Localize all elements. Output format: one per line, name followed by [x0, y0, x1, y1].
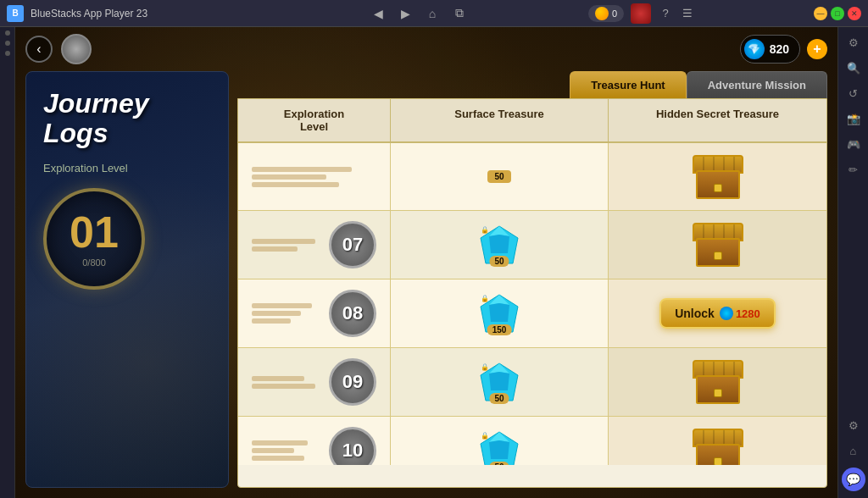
row-surface-cell: 50: [391, 143, 609, 210]
table-row: 08 🔒: [238, 279, 826, 348]
gem-wrapper: 🔒 50: [477, 223, 521, 267]
top-badge: 50: [487, 170, 510, 183]
row-hidden-cell: [609, 417, 826, 465]
tabs-row: Treasure Hunt Adventure Mission: [237, 71, 827, 98]
row-surface-cell: 🔒 50: [391, 348, 609, 416]
svg-text:🔒: 🔒: [481, 294, 489, 302]
row-level-cell: 07: [238, 211, 391, 279]
row-hidden-cell: Unlock 1280: [609, 279, 826, 347]
gem-count: 50: [489, 462, 509, 465]
gem-wrapper: 🔒 50: [477, 429, 521, 465]
app-area: ‹ 💎 820 + JourneyLogs Exploration Level …: [0, 27, 868, 498]
sidebar-icon-3[interactable]: ↺: [845, 85, 862, 102]
journey-logs-panel: JourneyLogs Exploration Level 01 0/800: [25, 71, 229, 488]
add-currency-button[interactable]: +: [807, 39, 827, 59]
currency-value: 820: [770, 42, 789, 56]
gem-count: 50: [489, 393, 509, 404]
chest-clasp: [714, 184, 722, 192]
right-sidebar: ⚙ 🔍 ↺ 📸 🎮 ✏ ⚙ ⌂ 💬: [837, 27, 868, 498]
sidebar-icon-1[interactable]: ⚙: [845, 34, 862, 51]
game-content: ‹ 💎 820 + JourneyLogs Exploration Level …: [15, 27, 837, 498]
close-btn[interactable]: ✕: [848, 7, 861, 20]
title-bar-icons: ◀ ▶ ⌂ ⧉: [368, 3, 470, 24]
row-level-cell: 09: [238, 348, 391, 416]
treasure-table: ExplorationLevel Surface Treasure Hidden…: [237, 98, 827, 488]
tab-nav[interactable]: ⧉: [449, 3, 470, 24]
chest-clasp: [714, 457, 722, 465]
level-circle: 01 0/800: [43, 188, 145, 290]
svg-marker-10: [489, 372, 509, 390]
sidebar-icon-4[interactable]: 📸: [845, 110, 862, 127]
table-row: 09 🔒: [238, 348, 826, 417]
level-badge: 07: [329, 221, 376, 268]
unlock-label: Unlock: [675, 307, 715, 320]
game-back-button[interactable]: ‹: [25, 36, 53, 63]
svg-marker-2: [489, 235, 509, 253]
tab-adventure-mission[interactable]: Adventure Mission: [687, 71, 827, 98]
profile-icon: [61, 34, 92, 64]
sidebar-icon-6[interactable]: ✏: [845, 161, 862, 178]
app-title: BlueStacks App Player 23: [31, 8, 361, 19]
chest-clasp: [714, 252, 722, 260]
journey-title: JourneyLogs: [43, 89, 148, 148]
window-controls: — □ ✕: [814, 7, 861, 20]
game-panel: JourneyLogs Exploration Level 01 0/800 T…: [15, 71, 837, 498]
level-badge: 08: [329, 290, 376, 337]
exploration-label: Exploration Level: [43, 162, 128, 174]
table-row: 07 🔒: [238, 211, 826, 279]
table-row: 50: [238, 143, 826, 211]
header-exploration-level: ExplorationLevel: [238, 99, 391, 141]
svg-marker-14: [489, 440, 509, 459]
row-surface-cell: 🔒 50: [391, 417, 609, 465]
row-level-cell: 08: [238, 279, 391, 347]
sidebar-icon-2[interactable]: 🔍: [845, 59, 862, 76]
title-bar: B BlueStacks App Player 23 ◀ ▶ ⌂ ⧉ 0 ? ☰…: [0, 0, 868, 27]
currency-display: 💎 820: [740, 35, 800, 64]
game-top-bar: ‹ 💎 820 +: [15, 27, 837, 71]
level-badge: 10: [329, 427, 376, 465]
sidebar-dot: [5, 30, 10, 36]
sidebar-icon-home[interactable]: ⌂: [845, 442, 862, 459]
table-header: ExplorationLevel Surface Treasure Hidden…: [238, 99, 826, 143]
gem-wrapper: 🔒 150: [477, 291, 521, 335]
bluestacks-logo: B: [7, 5, 24, 22]
chest-clasp: [714, 389, 722, 397]
svg-text:🔒: 🔒: [481, 431, 489, 440]
minimize-btn[interactable]: —: [814, 7, 827, 20]
home-nav[interactable]: ⌂: [422, 3, 442, 24]
level-progress: 0/800: [82, 257, 106, 268]
gem-currency-icon: 💎: [744, 39, 765, 59]
row-level-cell: [238, 143, 391, 210]
header-surface-treasure: Surface Treasure: [391, 99, 609, 141]
row-hidden-cell: [609, 348, 826, 416]
row-surface-cell: 🔒 50: [391, 211, 609, 279]
unlock-cost: 1280: [720, 307, 760, 320]
help-icon[interactable]: ?: [658, 6, 673, 21]
left-sidebar: [0, 27, 15, 498]
menu-icon[interactable]: ☰: [680, 6, 695, 21]
row-hidden-cell: [609, 211, 826, 279]
discord-icon[interactable]: 💬: [842, 468, 865, 491]
table-body: 50: [238, 143, 826, 465]
fire-icon: [631, 3, 651, 24]
table-row: 10 🔒: [238, 417, 826, 465]
level-number: 01: [70, 210, 119, 254]
row-surface-cell: 🔒 150: [391, 279, 609, 347]
coin-count: 0: [612, 8, 617, 19]
forward-nav[interactable]: ▶: [395, 3, 415, 24]
tab-treasure-hunt[interactable]: Treasure Hunt: [570, 71, 686, 98]
header-hidden-secret: Hidden Secret Treasure: [609, 99, 826, 141]
unlock-button[interactable]: Unlock 1280: [659, 298, 776, 329]
sidebar-icon-settings[interactable]: ⚙: [845, 417, 862, 434]
right-panel: Treasure Hunt Adventure Mission Explorat…: [237, 71, 827, 488]
svg-marker-6: [489, 303, 509, 322]
back-nav[interactable]: ◀: [368, 3, 388, 24]
gem-count: 50: [489, 256, 509, 267]
row-level-cell: 10: [238, 417, 391, 465]
gem-wrapper: 🔒 50: [477, 360, 521, 404]
cost-icon: [720, 307, 733, 320]
sidebar-icon-5[interactable]: 🎮: [845, 136, 862, 152]
svg-text:🔒: 🔒: [481, 225, 489, 234]
row-hidden-cell: [609, 143, 826, 210]
maximize-btn[interactable]: □: [831, 7, 844, 20]
